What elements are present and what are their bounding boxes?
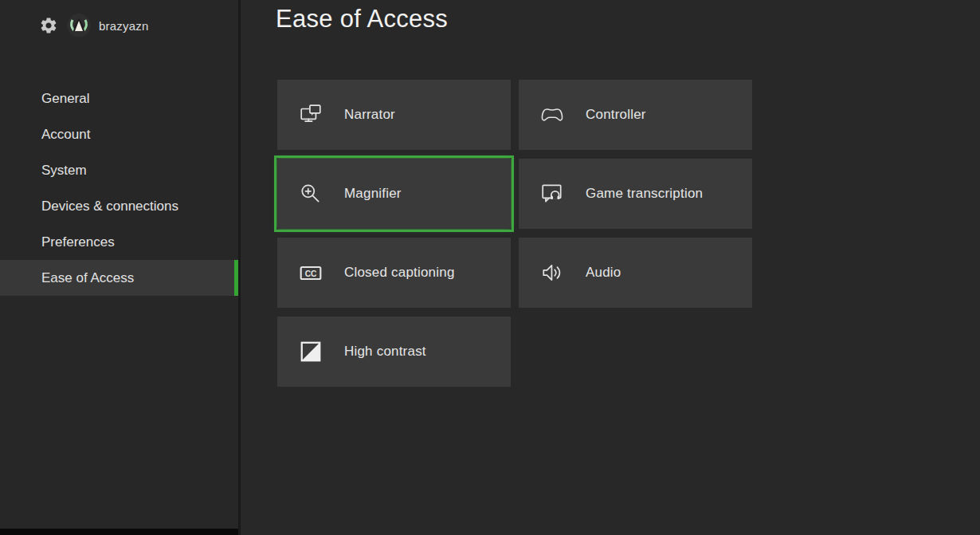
tile-closed-captioning[interactable]: CC Closed captioning	[277, 238, 511, 308]
tile-audio[interactable]: Audio	[519, 238, 752, 308]
sidebar-item-label: System	[41, 163, 87, 179]
username-label: brazyazn	[99, 19, 148, 33]
sidebar-item-label: Preferences	[41, 234, 115, 250]
sidebar-item-label: General	[41, 91, 89, 107]
tile-game-transcription[interactable]: Game transcription	[519, 159, 752, 229]
gear-icon[interactable]	[38, 15, 59, 36]
magnifier-icon	[298, 181, 323, 207]
sidebar-item-preferences[interactable]: Preferences	[0, 224, 238, 260]
narrator-icon	[298, 102, 323, 128]
tile-label: Controller	[586, 107, 646, 123]
sidebar-item-label: Account	[41, 127, 90, 143]
sidebar-item-ease-of-access[interactable]: Ease of Access	[0, 260, 234, 296]
xbox-settings-screen: brazyazn General Account System Devices …	[0, 0, 980, 535]
cc-glyph: CC	[305, 269, 317, 278]
sidebar-item-devices-connections[interactable]: Devices & connections	[0, 188, 238, 224]
controller-icon	[539, 102, 565, 128]
sidebar-item-label: Ease of Access	[41, 270, 134, 286]
sidebar-divider	[238, 0, 241, 535]
capture-letterbox	[0, 529, 238, 535]
page-title: Ease of Access	[276, 5, 448, 33]
settings-tile-grid: Narrator Controller Magnifier	[277, 80, 752, 387]
tile-high-contrast[interactable]: High contrast	[277, 317, 511, 387]
sidebar-item-system[interactable]: System	[0, 152, 238, 188]
sidebar-item-general[interactable]: General	[0, 81, 238, 116]
closed-captioning-icon: CC	[298, 260, 323, 285]
sidebar-item-account[interactable]: Account	[0, 116, 238, 152]
avatar[interactable]	[67, 14, 91, 37]
game-transcription-icon	[539, 181, 565, 207]
settings-nav: General Account System Devices & connect…	[0, 81, 238, 296]
tile-label: Narrator	[344, 107, 395, 123]
tile-label: Closed captioning	[344, 265, 455, 281]
tile-narrator[interactable]: Narrator	[277, 80, 511, 150]
settings-sidebar: brazyazn General Account System Devices …	[0, 0, 238, 535]
sidebar-item-label: Devices & connections	[41, 199, 178, 214]
tile-controller[interactable]: Controller	[519, 80, 752, 150]
tile-label: Magnifier	[344, 186, 402, 202]
high-contrast-icon	[298, 339, 323, 364]
tile-label: Audio	[586, 265, 621, 281]
profile-header[interactable]: brazyazn	[38, 11, 148, 40]
tile-label: High contrast	[344, 344, 426, 360]
audio-icon	[539, 260, 565, 285]
tile-magnifier[interactable]: Magnifier	[277, 159, 511, 229]
tile-label: Game transcription	[586, 186, 703, 202]
